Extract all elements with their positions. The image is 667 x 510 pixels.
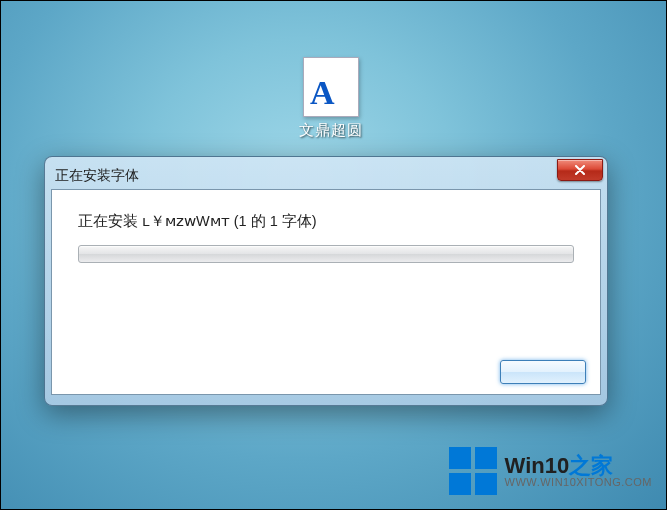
- dialog-title: 正在安装字体: [55, 167, 139, 185]
- install-status-text: 正在安装 ʟ￥ᴍᴢᴡWᴍᴛ (1 的 1 字体): [78, 212, 574, 231]
- font-file-icon: A: [303, 57, 359, 117]
- install-font-dialog: 正在安装字体 正在安装 ʟ￥ᴍᴢᴡWᴍᴛ (1 的 1 字体): [44, 156, 608, 406]
- watermark-title: Win10之家: [505, 454, 652, 477]
- dialog-titlebar[interactable]: 正在安装字体: [51, 163, 601, 189]
- windows-logo-icon: [449, 447, 497, 495]
- dialog-client-area: 正在安装 ʟ￥ᴍᴢᴡWᴍᴛ (1 的 1 字体): [51, 189, 601, 395]
- watermark-url: WWW.WIN10XITONG.COM: [505, 477, 652, 489]
- close-icon: [574, 165, 586, 175]
- close-button[interactable]: [557, 159, 603, 181]
- install-action-button[interactable]: [500, 360, 586, 384]
- desktop-font-file-icon[interactable]: A 文鼎超圆: [291, 57, 371, 140]
- install-progress-bar: [78, 245, 574, 263]
- desktop-icon-label: 文鼎超圆: [299, 121, 363, 140]
- desktop-background: A 文鼎超圆 正在安装字体 正在安装 ʟ￥ᴍᴢᴡWᴍᴛ (1 的 1 字体): [0, 0, 667, 510]
- watermark: Win10之家 WWW.WIN10XITONG.COM: [449, 447, 652, 495]
- font-glyph: A: [310, 76, 335, 110]
